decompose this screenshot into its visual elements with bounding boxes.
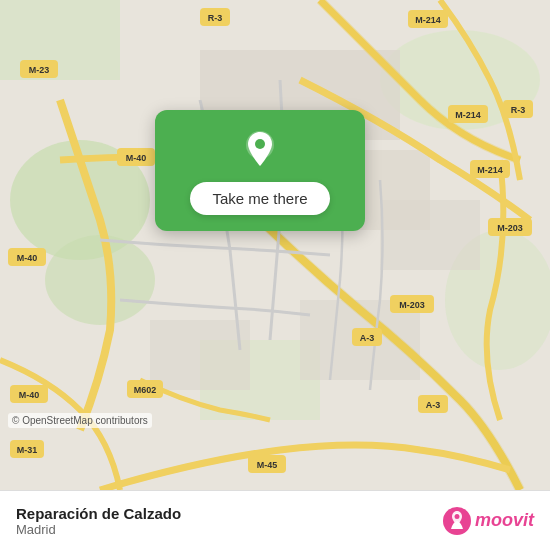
svg-text:M-40: M-40 bbox=[126, 153, 147, 163]
svg-text:M-203: M-203 bbox=[399, 300, 425, 310]
svg-rect-11 bbox=[380, 200, 480, 270]
moovit-brand-text: moovit bbox=[475, 510, 534, 531]
svg-text:M-23: M-23 bbox=[29, 65, 50, 75]
svg-text:R-3: R-3 bbox=[208, 13, 223, 23]
svg-text:A-3: A-3 bbox=[360, 333, 375, 343]
svg-text:M-40: M-40 bbox=[19, 390, 40, 400]
place-city: Madrid bbox=[16, 522, 181, 537]
svg-text:M602: M602 bbox=[134, 385, 157, 395]
place-name: Reparación de Calzado bbox=[16, 505, 181, 522]
svg-text:M-45: M-45 bbox=[257, 460, 278, 470]
svg-text:R-3: R-3 bbox=[511, 105, 526, 115]
svg-rect-3 bbox=[0, 0, 120, 80]
svg-text:M-31: M-31 bbox=[17, 445, 38, 455]
map-container: M-23 R-3 M-214 M-214 R-3 M-214 M-203 M-4… bbox=[0, 0, 550, 490]
svg-point-2 bbox=[45, 235, 155, 325]
take-me-there-button[interactable]: Take me there bbox=[190, 182, 329, 215]
svg-text:M-203: M-203 bbox=[497, 223, 523, 233]
moovit-brand-icon bbox=[443, 507, 471, 535]
location-pin-icon bbox=[238, 128, 282, 172]
svg-text:M-214: M-214 bbox=[455, 110, 481, 120]
svg-text:A-3: A-3 bbox=[426, 400, 441, 410]
svg-point-50 bbox=[454, 514, 459, 519]
svg-text:M-214: M-214 bbox=[477, 165, 503, 175]
map-attribution: © OpenStreetMap contributors bbox=[8, 413, 152, 428]
bottom-bar: Reparación de Calzado Madrid moovit bbox=[0, 490, 550, 550]
svg-text:M-214: M-214 bbox=[415, 15, 441, 25]
svg-rect-9 bbox=[150, 320, 250, 390]
svg-text:M-40: M-40 bbox=[17, 253, 38, 263]
location-card: Take me there bbox=[155, 110, 365, 231]
moovit-logo: moovit bbox=[443, 507, 534, 535]
place-info: Reparación de Calzado Madrid bbox=[16, 505, 181, 537]
svg-point-47 bbox=[255, 139, 265, 149]
